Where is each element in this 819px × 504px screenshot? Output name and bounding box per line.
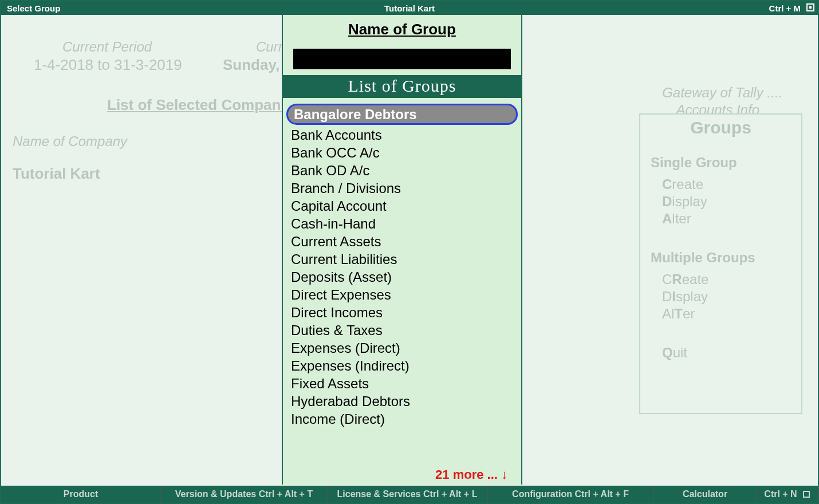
group-list-item[interactable]: Expenses (Direct) — [283, 339, 521, 357]
menu-item[interactable]: CReate — [662, 271, 801, 288]
group-list-item[interactable]: Bank Accounts — [283, 126, 521, 144]
menu-item[interactable]: Create — [662, 176, 801, 192]
menu-item-rest: uit — [673, 345, 687, 360]
group-list-item[interactable]: Bangalore Debtors — [286, 104, 518, 125]
hotkey-letter: C — [662, 176, 672, 192]
menu-item[interactable]: Alter — [662, 211, 801, 227]
menu-item[interactable]: DIsplay — [662, 289, 801, 305]
name-of-company-label: Name of Company — [13, 133, 127, 149]
bottom-configuration[interactable]: Configuration Ctrl + Alt + F — [488, 486, 654, 503]
menu-item-pre: D — [662, 289, 672, 304]
list-of-selected-companies-heading: List of Selected Compani — [107, 96, 285, 114]
hotkey-letter: D — [662, 194, 672, 209]
more-items-indicator[interactable]: 21 more ... ↓ — [435, 467, 507, 482]
menu-item-rest: splay — [676, 289, 708, 304]
group-search-input[interactable] — [293, 49, 511, 69]
group-list-item[interactable]: Current Liabilities — [283, 250, 521, 268]
group-list-item[interactable]: Cash-in-Hand — [283, 215, 521, 233]
group-list-item[interactable]: Expenses (Indirect) — [283, 357, 521, 375]
groups-menu-title: Groups — [640, 118, 801, 137]
group-list-item[interactable]: Hyderabad Debtors — [283, 392, 521, 410]
groups-menu-panel: Groups Single Group CreateDisplayAlter M… — [639, 113, 802, 414]
current-date-label: Curr — [256, 39, 283, 55]
bottom-ctrl-n[interactable]: Ctrl + N — [757, 486, 818, 503]
group-list-item[interactable]: Duties & Taxes — [283, 321, 521, 339]
group-list-item[interactable]: Income (Direct) — [283, 410, 521, 428]
group-list-item[interactable]: Direct Expenses — [283, 286, 521, 304]
menu-item-quit[interactable]: Quit — [662, 345, 801, 361]
group-list-item[interactable]: Capital Account — [283, 197, 521, 215]
hotkey-letter: I — [672, 289, 676, 304]
bottom-license[interactable]: License & Services Ctrl + Alt + L — [328, 486, 488, 503]
group-list: Bangalore DebtorsBank AccountsBank OCC A… — [283, 98, 521, 428]
hotkey-letter: Q — [662, 345, 673, 360]
multiple-groups-heading: Multiple Groups — [651, 250, 801, 266]
bottom-product[interactable]: Product — [1, 486, 162, 503]
group-list-item[interactable]: Branch / Divisions — [283, 179, 521, 197]
single-group-heading: Single Group — [651, 155, 801, 171]
current-period-value: 1-4-2018 to 31-3-2019 — [34, 56, 182, 74]
menu-item-pre: C — [662, 271, 672, 287]
application-root: Select Group Tutorial Kart Ctrl + M Curr… — [0, 0, 819, 504]
hotkey-letter: A — [662, 211, 672, 226]
name-of-company-value: Tutorial Kart — [13, 165, 100, 183]
menu-item-rest: lter — [672, 211, 691, 226]
group-list-item[interactable]: Direct Incomes — [283, 304, 521, 321]
bottom-version[interactable]: Version & Updates Ctrl + Alt + T — [162, 486, 328, 503]
company-title: Tutorial Kart — [1, 3, 818, 13]
menu-item[interactable]: AlTer — [662, 306, 801, 322]
select-group-popup: Name of Group List of Groups Bangalore D… — [282, 15, 522, 485]
group-list-item[interactable]: Bank OCC A/c — [283, 144, 521, 162]
square-icon — [803, 491, 810, 498]
breadcrumb-gateway: Gateway of Tally .... — [662, 85, 782, 101]
current-date-value: Sunday, — [223, 56, 279, 74]
hotkey-letter: T — [674, 306, 683, 321]
shortcut-ctrl-n: Ctrl + N — [764, 489, 797, 499]
list-of-groups-header: List of Groups — [283, 75, 521, 98]
group-list-item[interactable]: Fixed Assets — [283, 375, 521, 392]
menu-item-rest: reate — [672, 176, 703, 192]
menu-item-pre: Al — [662, 306, 674, 321]
bottom-toolbar: Product Version & Updates Ctrl + Alt + T… — [1, 486, 818, 503]
bottom-calculator[interactable]: Calculator — [654, 486, 757, 503]
group-list-item[interactable]: Current Assets — [283, 233, 521, 250]
group-list-item[interactable]: Bank OD A/c — [283, 162, 521, 179]
maximize-icon[interactable] — [806, 3, 814, 11]
menu-item[interactable]: Display — [662, 194, 801, 210]
menu-item-rest: er — [683, 306, 695, 321]
menu-item-rest: eate — [682, 271, 709, 287]
menu-item-rest: isplay — [672, 194, 707, 209]
popup-title: Name of Group — [283, 21, 521, 38]
hotkey-letter: R — [672, 271, 682, 287]
title-bar: Select Group Tutorial Kart Ctrl + M — [1, 1, 818, 15]
shortcut-ctrl-m[interactable]: Ctrl + M — [769, 3, 801, 13]
current-period-label: Current Period — [62, 39, 152, 55]
group-list-item[interactable]: Deposits (Asset) — [283, 268, 521, 286]
